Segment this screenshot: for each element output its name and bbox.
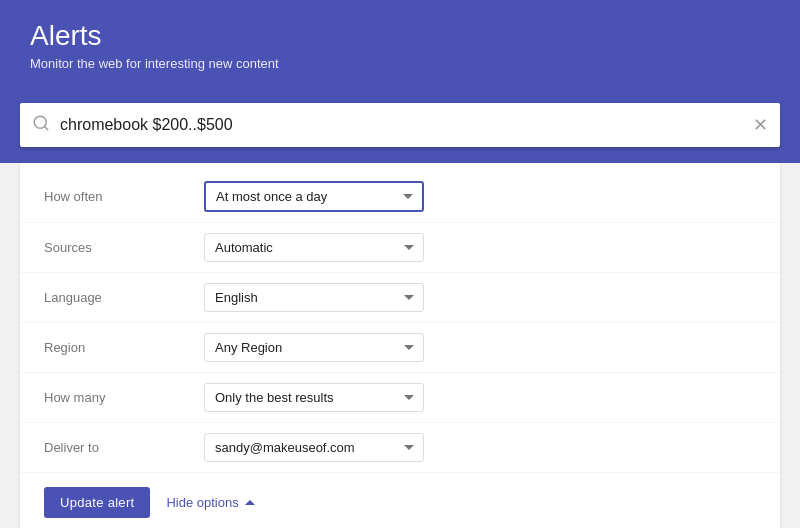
sources-label: Sources (44, 240, 204, 255)
footer-row: Update alert Hide options (20, 473, 780, 528)
app-title: Alerts (30, 20, 770, 52)
region-row: Region Any Region United States United K… (20, 323, 780, 373)
svg-line-1 (44, 126, 47, 129)
app-subtitle: Monitor the web for interesting new cont… (30, 56, 770, 71)
deliver-to-row: Deliver to sandy@makeuseof.com (20, 423, 780, 473)
how-many-select[interactable]: Only the best results All results (204, 383, 424, 412)
region-select[interactable]: Any Region United States United Kingdom (204, 333, 424, 362)
how-many-label: How many (44, 390, 204, 405)
deliver-to-label: Deliver to (44, 440, 204, 455)
sources-select[interactable]: Automatic News Blogs Web Video Books Dis… (204, 233, 424, 262)
language-label: Language (44, 290, 204, 305)
clear-icon[interactable]: ✕ (753, 114, 768, 136)
region-label: Region (44, 340, 204, 355)
hide-options-label: Hide options (166, 495, 238, 510)
how-often-label: How often (44, 189, 204, 204)
chevron-up-icon (245, 500, 255, 505)
search-bar: ✕ (20, 103, 780, 147)
how-often-select[interactable]: At most once a day As-it-happens At most… (204, 181, 424, 212)
search-input[interactable] (60, 116, 753, 134)
language-row: Language English Any Language Spanish Fr… (20, 273, 780, 323)
language-select[interactable]: English Any Language Spanish French (204, 283, 424, 312)
search-icon (32, 114, 50, 136)
update-alert-button[interactable]: Update alert (44, 487, 150, 518)
header: Alerts Monitor the web for interesting n… (0, 0, 800, 91)
how-many-row: How many Only the best results All resul… (20, 373, 780, 423)
deliver-to-select[interactable]: sandy@makeuseof.com (204, 433, 424, 462)
sources-row: Sources Automatic News Blogs Web Video B… (20, 223, 780, 273)
options-container: How often At most once a day As-it-happe… (20, 163, 780, 528)
how-often-row: How often At most once a day As-it-happe… (20, 171, 780, 223)
search-bar-container: ✕ (0, 91, 800, 163)
hide-options-button[interactable]: Hide options (166, 495, 254, 510)
